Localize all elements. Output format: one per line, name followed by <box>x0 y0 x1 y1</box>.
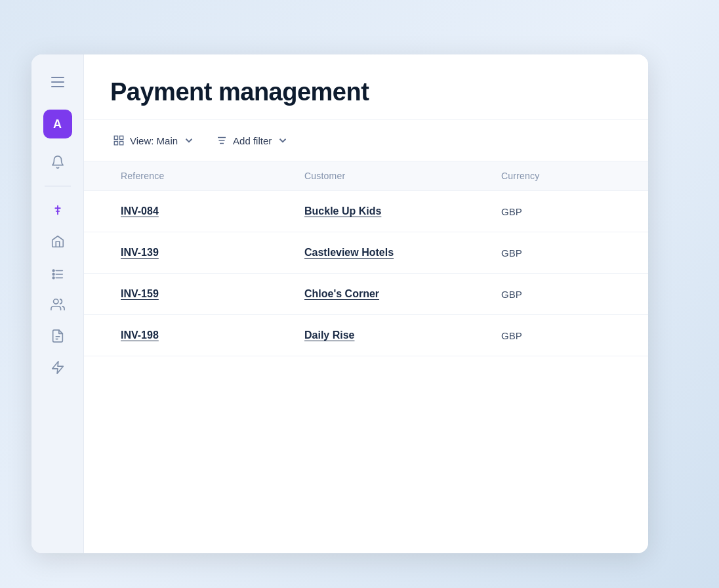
svg-point-8 <box>52 277 54 279</box>
sidebar-item-tasks[interactable] <box>45 260 71 286</box>
sidebar: A <box>31 54 84 553</box>
app-window: ✳ RBS A <box>31 54 648 553</box>
svg-point-10 <box>53 299 58 304</box>
svg-rect-15 <box>120 136 123 139</box>
svg-rect-14 <box>114 136 117 139</box>
avatar-label: A <box>53 117 62 131</box>
main-content: Payment management View: Main <box>84 54 648 553</box>
svg-point-6 <box>52 273 54 275</box>
avatar[interactable]: A <box>43 110 72 138</box>
data-table: Reference Customer Currency INV-084Buckl… <box>84 161 648 553</box>
cell-customer-2[interactable]: Chloe's Corner <box>294 274 491 314</box>
svg-rect-16 <box>114 142 117 145</box>
cell-reference-2[interactable]: INV-159 <box>110 274 294 314</box>
cell-currency-3: GBP <box>491 316 622 356</box>
sidebar-item-filter[interactable] <box>45 197 71 223</box>
svg-rect-17 <box>120 142 123 145</box>
cell-currency-1: GBP <box>491 233 622 273</box>
menu-icon[interactable] <box>46 70 70 94</box>
page-title: Payment management <box>110 78 622 106</box>
col-header-customer: Customer <box>294 161 491 190</box>
view-selector[interactable]: View: Main <box>110 131 197 150</box>
sidebar-divider-1 <box>45 186 71 186</box>
table-row: INV-159Chloe's CornerGBP <box>84 274 648 315</box>
svg-point-4 <box>52 270 54 272</box>
sidebar-item-team[interactable] <box>45 291 71 318</box>
cell-reference-3[interactable]: INV-198 <box>110 315 294 356</box>
table-body: INV-084Buckle Up KidsGBPINV-139Castlevie… <box>84 191 648 356</box>
table-row: INV-084Buckle Up KidsGBP <box>84 191 648 232</box>
cell-currency-0: GBP <box>491 192 622 232</box>
add-filter-button[interactable]: Add filter <box>213 131 291 150</box>
sidebar-item-notifications[interactable] <box>45 149 71 175</box>
col-header-reference: Reference <box>110 161 294 190</box>
cell-currency-2: GBP <box>491 274 622 314</box>
table-row: INV-198Daily RiseGBP <box>84 315 648 356</box>
svg-marker-13 <box>52 362 63 373</box>
cell-reference-0[interactable]: INV-084 <box>110 191 294 232</box>
page-header: Payment management <box>84 54 648 120</box>
add-filter-label: Add filter <box>233 135 272 146</box>
sidebar-item-lightning[interactable] <box>45 354 71 381</box>
table-row: INV-139Castleview HotelsGBP <box>84 232 648 274</box>
sidebar-item-home[interactable] <box>45 228 71 255</box>
view-selector-label: View: Main <box>130 135 178 146</box>
col-header-currency: Currency <box>491 161 622 190</box>
table-controls: View: Main Add filter <box>84 120 648 161</box>
cell-customer-1[interactable]: Castleview Hotels <box>294 232 491 273</box>
sidebar-item-invoice[interactable] <box>45 323 71 349</box>
cell-customer-0[interactable]: Buckle Up Kids <box>294 191 491 232</box>
cell-customer-3[interactable]: Daily Rise <box>294 315 491 356</box>
table-header: Reference Customer Currency <box>84 161 648 191</box>
cell-reference-1[interactable]: INV-139 <box>110 232 294 273</box>
